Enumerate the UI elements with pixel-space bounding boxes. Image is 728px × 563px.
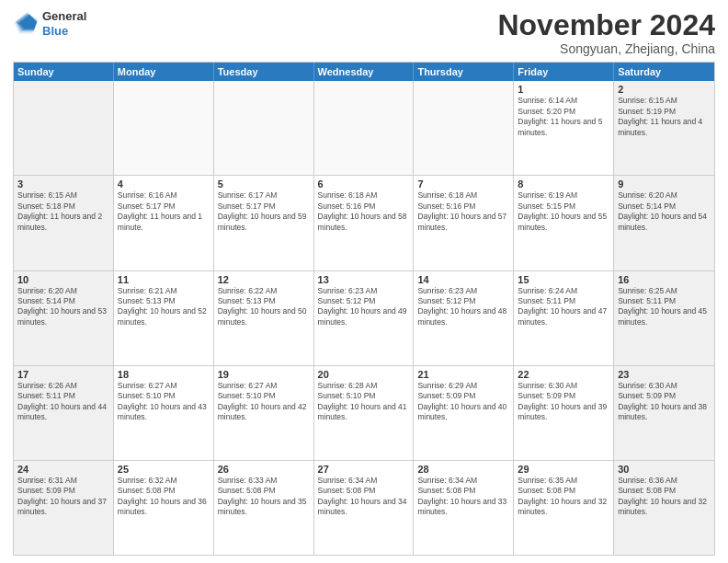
day-cell-27: 27Sunrise: 6:34 AMSunset: 5:08 PMDayligh… xyxy=(314,461,415,555)
day-info: Sunrise: 6:27 AMSunset: 5:10 PMDaylight:… xyxy=(118,381,210,423)
day-number: 15 xyxy=(518,274,609,285)
logo-blue: Blue xyxy=(42,24,68,38)
day-info: Sunrise: 6:14 AMSunset: 5:20 PMDaylight:… xyxy=(518,96,609,138)
logo-text: General Blue xyxy=(42,9,86,38)
day-number: 3 xyxy=(17,178,109,190)
day-number: 12 xyxy=(218,274,310,285)
day-cell-29: 29Sunrise: 6:35 AMSunset: 5:08 PMDayligh… xyxy=(514,461,614,555)
day-number: 7 xyxy=(417,178,509,190)
day-number: 16 xyxy=(618,274,711,285)
day-cell-25: 25Sunrise: 6:32 AMSunset: 5:08 PMDayligh… xyxy=(114,461,214,555)
day-info: Sunrise: 6:15 AMSunset: 5:19 PMDaylight:… xyxy=(618,96,711,138)
day-number: 5 xyxy=(218,178,310,190)
day-cell-19: 19Sunrise: 6:27 AMSunset: 5:10 PMDayligh… xyxy=(214,366,314,460)
day-number: 6 xyxy=(318,178,410,190)
day-cell-28: 28Sunrise: 6:34 AMSunset: 5:08 PMDayligh… xyxy=(414,461,514,555)
day-number: 25 xyxy=(118,464,210,475)
day-cell-8: 8Sunrise: 6:19 AMSunset: 5:15 PMDaylight… xyxy=(514,176,614,270)
week-row-3: 10Sunrise: 6:20 AMSunset: 5:14 PMDayligh… xyxy=(14,270,714,365)
day-number: 24 xyxy=(17,464,109,475)
day-cell-6: 6Sunrise: 6:18 AMSunset: 5:16 PMDaylight… xyxy=(314,176,415,270)
day-info: Sunrise: 6:23 AMSunset: 5:12 PMDaylight:… xyxy=(318,286,410,328)
day-info: Sunrise: 6:22 AMSunset: 5:13 PMDaylight:… xyxy=(218,286,310,328)
logo-general: General xyxy=(42,9,86,23)
day-number: 21 xyxy=(417,369,509,380)
day-number: 2 xyxy=(618,84,711,95)
day-cell-24: 24Sunrise: 6:31 AMSunset: 5:09 PMDayligh… xyxy=(14,461,114,555)
header: General Blue November 2024 Songyuan, Zhe… xyxy=(13,9,715,56)
day-info: Sunrise: 6:28 AMSunset: 5:10 PMDaylight:… xyxy=(318,381,410,423)
day-info: Sunrise: 6:18 AMSunset: 5:16 PMDaylight:… xyxy=(318,190,410,233)
day-info: Sunrise: 6:25 AMSunset: 5:11 PMDaylight:… xyxy=(618,286,711,328)
day-info: Sunrise: 6:27 AMSunset: 5:10 PMDaylight:… xyxy=(218,381,310,423)
day-number: 19 xyxy=(218,369,310,380)
day-cell-3: 3Sunrise: 6:15 AMSunset: 5:18 PMDaylight… xyxy=(14,176,114,270)
day-info: Sunrise: 6:21 AMSunset: 5:13 PMDaylight:… xyxy=(118,286,210,328)
day-number: 4 xyxy=(118,178,210,190)
day-cell-22: 22Sunrise: 6:30 AMSunset: 5:09 PMDayligh… xyxy=(514,366,614,460)
day-cell-23: 23Sunrise: 6:30 AMSunset: 5:09 PMDayligh… xyxy=(614,366,714,460)
week-row-2: 3Sunrise: 6:15 AMSunset: 5:18 PMDaylight… xyxy=(14,175,714,270)
day-number: 11 xyxy=(118,274,210,285)
logo: General Blue xyxy=(13,9,86,38)
day-info: Sunrise: 6:17 AMSunset: 5:17 PMDaylight:… xyxy=(218,190,310,233)
empty-cell xyxy=(214,81,314,175)
day-cell-15: 15Sunrise: 6:24 AMSunset: 5:11 PMDayligh… xyxy=(514,271,614,365)
day-info: Sunrise: 6:24 AMSunset: 5:11 PMDaylight:… xyxy=(518,286,609,328)
day-number: 17 xyxy=(17,369,109,380)
day-cell-1: 1Sunrise: 6:14 AMSunset: 5:20 PMDaylight… xyxy=(514,81,614,175)
day-info: Sunrise: 6:16 AMSunset: 5:17 PMDaylight:… xyxy=(118,190,210,233)
week-row-5: 24Sunrise: 6:31 AMSunset: 5:09 PMDayligh… xyxy=(14,460,714,555)
day-number: 1 xyxy=(518,84,609,95)
day-cell-21: 21Sunrise: 6:29 AMSunset: 5:09 PMDayligh… xyxy=(414,366,514,460)
day-info: Sunrise: 6:35 AMSunset: 5:08 PMDaylight:… xyxy=(518,476,609,518)
calendar-header: SundayMondayTuesdayWednesdayThursdayFrid… xyxy=(14,63,714,81)
week-row-4: 17Sunrise: 6:26 AMSunset: 5:11 PMDayligh… xyxy=(14,365,714,460)
header-day-monday: Monday xyxy=(114,63,214,81)
day-number: 23 xyxy=(618,369,711,380)
day-cell-18: 18Sunrise: 6:27 AMSunset: 5:10 PMDayligh… xyxy=(114,366,214,460)
header-day-saturday: Saturday xyxy=(614,63,714,81)
day-info: Sunrise: 6:15 AMSunset: 5:18 PMDaylight:… xyxy=(17,190,109,233)
logo-icon xyxy=(13,11,39,37)
day-number: 14 xyxy=(417,274,509,285)
day-info: Sunrise: 6:20 AMSunset: 5:14 PMDaylight:… xyxy=(17,286,109,328)
header-day-friday: Friday xyxy=(514,63,614,81)
day-number: 9 xyxy=(618,178,711,190)
location-subtitle: Songyuan, Zhejiang, China xyxy=(497,41,715,56)
day-cell-17: 17Sunrise: 6:26 AMSunset: 5:11 PMDayligh… xyxy=(14,366,114,460)
day-info: Sunrise: 6:30 AMSunset: 5:09 PMDaylight:… xyxy=(618,381,711,423)
header-day-thursday: Thursday xyxy=(414,63,514,81)
day-number: 30 xyxy=(618,464,711,475)
empty-cell xyxy=(114,81,214,175)
day-cell-26: 26Sunrise: 6:33 AMSunset: 5:08 PMDayligh… xyxy=(214,461,314,555)
day-info: Sunrise: 6:32 AMSunset: 5:08 PMDaylight:… xyxy=(118,476,210,518)
header-day-sunday: Sunday xyxy=(14,63,114,81)
day-cell-14: 14Sunrise: 6:23 AMSunset: 5:12 PMDayligh… xyxy=(414,271,514,365)
day-cell-2: 2Sunrise: 6:15 AMSunset: 5:19 PMDaylight… xyxy=(614,81,714,175)
day-cell-20: 20Sunrise: 6:28 AMSunset: 5:10 PMDayligh… xyxy=(314,366,415,460)
day-info: Sunrise: 6:34 AMSunset: 5:08 PMDaylight:… xyxy=(417,476,509,518)
day-number: 20 xyxy=(318,369,410,380)
empty-cell xyxy=(314,81,415,175)
day-cell-30: 30Sunrise: 6:36 AMSunset: 5:08 PMDayligh… xyxy=(614,461,714,555)
day-number: 28 xyxy=(417,464,509,475)
day-number: 8 xyxy=(518,178,609,190)
day-info: Sunrise: 6:34 AMSunset: 5:08 PMDaylight:… xyxy=(318,476,410,518)
empty-cell xyxy=(14,81,114,175)
day-cell-11: 11Sunrise: 6:21 AMSunset: 5:13 PMDayligh… xyxy=(114,271,214,365)
header-day-tuesday: Tuesday xyxy=(214,63,314,81)
day-info: Sunrise: 6:26 AMSunset: 5:11 PMDaylight:… xyxy=(17,381,109,423)
day-info: Sunrise: 6:30 AMSunset: 5:09 PMDaylight:… xyxy=(518,381,609,423)
empty-cell xyxy=(414,81,514,175)
day-info: Sunrise: 6:20 AMSunset: 5:14 PMDaylight:… xyxy=(618,190,711,233)
day-number: 10 xyxy=(17,274,109,285)
page: General Blue November 2024 Songyuan, Zhe… xyxy=(0,0,728,563)
day-info: Sunrise: 6:29 AMSunset: 5:09 PMDaylight:… xyxy=(417,381,509,423)
day-number: 13 xyxy=(318,274,410,285)
day-info: Sunrise: 6:19 AMSunset: 5:15 PMDaylight:… xyxy=(518,190,609,233)
day-number: 22 xyxy=(518,369,609,380)
title-block: November 2024 Songyuan, Zhejiang, China xyxy=(497,9,715,56)
month-title: November 2024 xyxy=(497,9,715,41)
day-cell-13: 13Sunrise: 6:23 AMSunset: 5:12 PMDayligh… xyxy=(314,271,415,365)
